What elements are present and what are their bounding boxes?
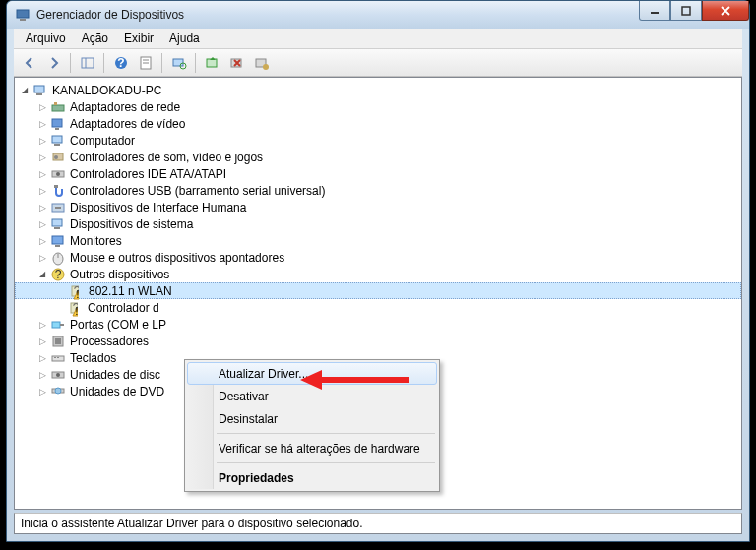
ctx-disable[interactable]: Desativar <box>187 385 437 407</box>
expander-icon[interactable] <box>36 369 48 381</box>
tree-node[interactable]: Controladores USB (barramento serial uni… <box>15 182 741 199</box>
tree-node[interactable]: Mouse e outros dispositivos apontadores <box>15 249 741 266</box>
menu-action[interactable]: Ação <box>74 30 116 47</box>
ctx-separator <box>217 433 435 434</box>
minimize-button[interactable] <box>639 1 670 21</box>
node-label: KANALDOKADU-PC <box>52 84 161 97</box>
svg-rect-1 <box>20 19 26 21</box>
node-label: Dispositivos de sistema <box>70 217 193 231</box>
ctx-scan-hardware[interactable]: Verificar se há alterações de hardware <box>187 437 437 459</box>
menu-view[interactable]: Exibir <box>116 30 161 47</box>
titlebar[interactable]: Gerenciador de Dispositivos <box>7 1 749 29</box>
toolbar-separator <box>161 53 162 73</box>
ctx-separator <box>217 462 435 463</box>
svg-text:?: ? <box>117 56 124 70</box>
expander-icon[interactable] <box>36 386 48 397</box>
tree-node[interactable]: Dispositivos de Interface Humana <box>15 199 741 215</box>
device-tree-panel[interactable]: KANALDOKADU-PC Adaptadores de rede Adapt… <box>14 77 742 510</box>
expander-icon[interactable] <box>36 202 48 214</box>
svg-rect-19 <box>52 105 64 111</box>
node-label: Processadores <box>70 335 149 348</box>
svg-point-28 <box>56 172 60 176</box>
ctx-uninstall[interactable]: Desinstalar <box>187 407 437 430</box>
maximize-button[interactable] <box>670 1 702 21</box>
expander-icon[interactable] <box>36 101 48 113</box>
tree-node[interactable]: Monitores <box>15 232 741 249</box>
scan-hardware-button[interactable] <box>167 51 190 74</box>
properties-button[interactable] <box>134 51 157 74</box>
svg-rect-0 <box>17 10 29 18</box>
tree-node-other-devices[interactable]: ? Outros dispositivos <box>15 266 741 282</box>
forward-button[interactable] <box>42 51 65 74</box>
node-label: Unidades de disc <box>70 368 160 382</box>
menu-file[interactable]: Arquivo <box>18 30 74 47</box>
expander-icon[interactable] <box>19 85 31 96</box>
node-label: Monitores <box>70 234 122 248</box>
tree-node[interactable]: Controladores IDE ATA/ATAPI <box>15 165 741 182</box>
expander-icon[interactable] <box>36 252 48 264</box>
expander-icon[interactable] <box>36 352 48 364</box>
category-icon <box>50 99 66 115</box>
disable-button[interactable] <box>250 51 273 74</box>
expander-icon[interactable] <box>36 152 48 163</box>
svg-rect-24 <box>54 144 60 146</box>
svg-rect-23 <box>52 136 62 143</box>
tree-node-unknown-controller[interactable]: ? ! Controlador d <box>15 299 741 316</box>
svg-rect-20 <box>54 102 57 105</box>
category-icon <box>50 334 66 349</box>
expander-icon[interactable] <box>36 269 48 280</box>
category-icon <box>50 216 66 232</box>
tree-node[interactable]: Portas (COM e LP <box>15 316 741 333</box>
expander-icon[interactable] <box>36 336 48 347</box>
device-tree: KANALDOKADU-PC Adaptadores de rede Adapt… <box>15 78 741 403</box>
svg-rect-11 <box>173 59 183 66</box>
tree-node[interactable]: Processadores <box>15 333 741 349</box>
svg-point-16 <box>263 64 269 70</box>
ctx-properties[interactable]: Propriedades <box>187 466 437 489</box>
close-button[interactable] <box>702 1 749 21</box>
node-label: Dispositivos de Interface Humana <box>70 201 246 214</box>
svg-rect-32 <box>52 219 62 226</box>
svg-text:?: ? <box>55 268 62 281</box>
category-icon <box>50 367 66 383</box>
node-label: Controladores USB (barramento serial uni… <box>70 184 325 198</box>
tree-node[interactable]: Controladores de som, vídeo e jogos <box>15 149 741 165</box>
back-button[interactable] <box>18 51 40 74</box>
expander-icon[interactable] <box>36 235 48 247</box>
expander-icon[interactable] <box>36 118 48 130</box>
show-hide-tree-button[interactable] <box>76 51 98 74</box>
svg-rect-33 <box>54 227 60 229</box>
tree-node-wlan[interactable]: ? ! 802.11 n WLAN <box>15 282 741 299</box>
tree-node[interactable]: Dispositivos de sistema <box>15 215 741 232</box>
node-label: Controladores IDE ATA/ATAPI <box>70 167 226 181</box>
tree-node[interactable]: Adaptadores de vídeo <box>15 115 741 132</box>
tree-node[interactable]: Computador <box>15 132 741 149</box>
expander-icon[interactable] <box>36 168 48 180</box>
uninstall-button[interactable] <box>225 51 248 74</box>
svg-rect-29 <box>54 185 58 188</box>
tree-root[interactable]: KANALDOKADU-PC <box>15 82 741 98</box>
expander-icon[interactable] <box>36 135 48 147</box>
help-button[interactable]: ? <box>109 51 132 74</box>
tree-node[interactable]: Adaptadores de rede <box>15 98 741 115</box>
category-icon <box>50 166 66 182</box>
svg-rect-2 <box>651 12 659 14</box>
node-label: Adaptadores de vídeo <box>70 117 185 131</box>
expander-icon[interactable] <box>36 185 48 197</box>
node-label: 802.11 n WLAN <box>89 284 172 298</box>
menu-help[interactable]: Ajuda <box>161 30 208 47</box>
category-icon <box>50 233 66 249</box>
toolbar-separator <box>70 53 71 73</box>
svg-rect-35 <box>55 245 60 247</box>
update-driver-button[interactable] <box>201 51 223 74</box>
statusbar: Inicia o assistente Atualizar Driver par… <box>14 513 742 534</box>
svg-rect-18 <box>36 93 42 95</box>
ctx-update-driver[interactable]: Atualizar Driver... <box>187 362 437 385</box>
expander-icon[interactable] <box>36 218 48 230</box>
node-label: Adaptadores de rede <box>70 100 180 114</box>
statusbar-text: Inicia o assistente Atualizar Driver par… <box>21 517 363 530</box>
toolbar-separator <box>195 53 196 73</box>
category-icon <box>50 116 66 132</box>
expander-icon[interactable] <box>36 319 48 331</box>
category-icon <box>50 350 66 366</box>
